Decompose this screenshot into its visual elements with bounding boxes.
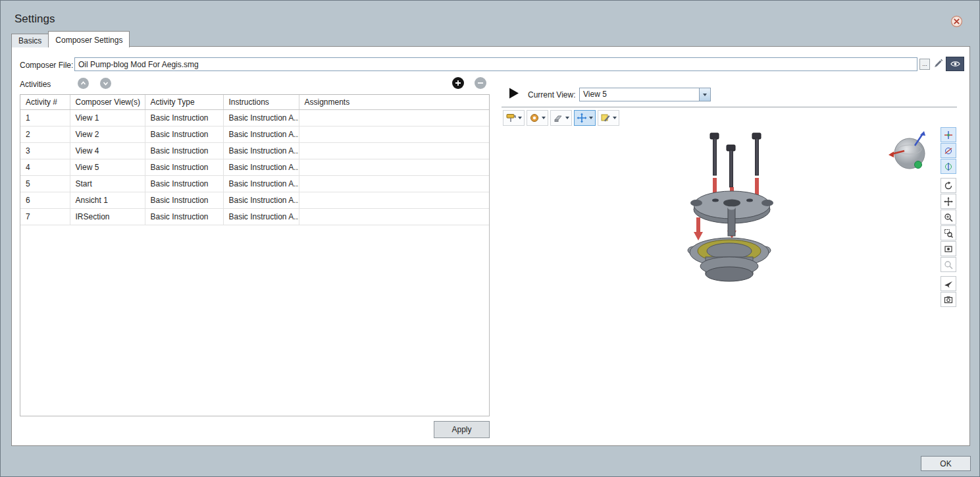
cell-activity-num: 7 bbox=[20, 209, 70, 225]
plus-icon bbox=[455, 80, 461, 86]
zoom-icon bbox=[944, 213, 953, 222]
activity-row[interactable]: 2 View 2 Basic Instruction Basic Instruc… bbox=[20, 126, 489, 143]
add-activity-button[interactable] bbox=[452, 77, 464, 89]
rotate-view-button[interactable] bbox=[941, 178, 956, 193]
move-arrows-icon bbox=[577, 113, 587, 123]
pencil-glyph bbox=[933, 58, 943, 69]
remove-activity-button[interactable] bbox=[475, 77, 486, 89]
cell-activity-num: 5 bbox=[20, 176, 70, 192]
render-sphere-icon bbox=[529, 113, 540, 123]
axis-x-arrow bbox=[889, 152, 894, 157]
move-up-button[interactable] bbox=[78, 78, 89, 89]
composer-settings-panel: Composer File: ... Activities bbox=[11, 46, 970, 446]
chevron-down-icon[interactable] bbox=[565, 117, 569, 119]
view-navigation-sphere[interactable] bbox=[889, 130, 933, 175]
ground-shadow-button[interactable] bbox=[550, 110, 572, 126]
move-down-button[interactable] bbox=[100, 78, 111, 89]
fly-through-button[interactable] bbox=[941, 276, 956, 291]
model-viewport[interactable] bbox=[502, 127, 939, 445]
align-view-button[interactable] bbox=[941, 127, 956, 142]
activity-row[interactable]: 7 IRSection Basic Instruction Basic Inst… bbox=[20, 209, 489, 225]
zoom-area-button[interactable] bbox=[941, 225, 956, 240]
cell-assignments bbox=[299, 159, 489, 176]
cell-composer-view: View 2 bbox=[70, 126, 145, 143]
toolbar-gap bbox=[941, 273, 956, 275]
minus-icon bbox=[477, 80, 484, 86]
cell-composer-view: Ansicht 1 bbox=[70, 192, 145, 209]
column-header-activity-num[interactable]: Activity # bbox=[20, 95, 70, 110]
cell-assignments bbox=[299, 176, 489, 192]
activities-table: Activity # Composer View(s) Activity Typ… bbox=[20, 94, 490, 416]
cell-instructions: Basic Instruction A... bbox=[223, 110, 299, 126]
current-view-select[interactable]: View 5 bbox=[579, 88, 711, 101]
cell-assignments bbox=[299, 209, 489, 225]
cell-assignments bbox=[299, 143, 489, 159]
view-toolbar bbox=[941, 127, 956, 307]
chevron-down-icon[interactable] bbox=[542, 117, 546, 119]
pan-view-button[interactable] bbox=[941, 194, 956, 209]
eraser-icon bbox=[553, 113, 563, 123]
apply-button[interactable]: Apply bbox=[434, 421, 490, 438]
pump-body bbox=[688, 238, 771, 281]
tab-composer-settings[interactable]: Composer Settings bbox=[48, 31, 130, 47]
zoom-view-button[interactable] bbox=[941, 210, 956, 225]
chevron-down-icon[interactable] bbox=[518, 117, 522, 119]
cell-assignments bbox=[299, 126, 489, 143]
toolbar-gap bbox=[941, 175, 956, 177]
chevron-down-icon[interactable] bbox=[699, 88, 710, 101]
chevron-down-icon[interactable] bbox=[613, 117, 617, 119]
close-icon[interactable] bbox=[950, 15, 963, 28]
paint-roller-icon bbox=[505, 113, 516, 123]
magnifier-button[interactable] bbox=[941, 257, 956, 272]
align-view-icon bbox=[944, 130, 953, 140]
chevron-down-icon[interactable] bbox=[589, 117, 593, 119]
paint-roller-button[interactable] bbox=[503, 110, 525, 126]
play-button[interactable] bbox=[507, 87, 521, 101]
preview-eye-button[interactable] bbox=[946, 57, 964, 71]
cell-instructions: Basic Instruction A... bbox=[223, 192, 299, 209]
cell-composer-view: View 4 bbox=[70, 143, 145, 159]
activity-row[interactable]: 1 View 1 Basic Instruction Basic Instruc… bbox=[20, 110, 489, 126]
move-tool-button[interactable] bbox=[574, 110, 596, 126]
pan-icon bbox=[944, 197, 953, 206]
down-arrow-icon bbox=[103, 80, 109, 86]
activity-row[interactable]: 5 Start Basic Instruction Basic Instruct… bbox=[20, 176, 489, 192]
cell-instructions: Basic Instruction A... bbox=[223, 176, 299, 192]
preview-separator bbox=[502, 107, 957, 107]
orbit-view-button[interactable] bbox=[941, 143, 956, 158]
activity-row[interactable]: 4 View 5 Basic Instruction Basic Instruc… bbox=[20, 159, 489, 176]
activity-row[interactable]: 3 View 4 Basic Instruction Basic Instruc… bbox=[20, 143, 489, 159]
cell-activity-type: Basic Instruction bbox=[145, 110, 223, 126]
current-view-value: View 5 bbox=[580, 88, 699, 101]
cell-activity-type: Basic Instruction bbox=[145, 192, 223, 209]
edit-box-icon bbox=[600, 113, 611, 123]
snapshot-button[interactable] bbox=[941, 292, 956, 307]
column-header-assignments[interactable]: Assignments bbox=[299, 95, 489, 110]
column-header-instructions[interactable]: Instructions bbox=[223, 95, 299, 110]
constrained-orbit-button[interactable] bbox=[941, 159, 956, 174]
tab-basics[interactable]: Basics bbox=[11, 34, 49, 47]
ok-button[interactable]: OK bbox=[921, 456, 971, 471]
zoom-fit-button[interactable] bbox=[941, 241, 956, 256]
zoom-area-icon bbox=[944, 229, 953, 238]
cell-composer-view: IRSection bbox=[70, 209, 145, 225]
cell-composer-view: Start bbox=[70, 176, 145, 192]
cell-instructions: Basic Instruction A... bbox=[223, 143, 299, 159]
composer-file-input[interactable] bbox=[74, 57, 917, 71]
bolt-fasteners bbox=[710, 133, 761, 187]
annotation-tool-button[interactable] bbox=[598, 110, 619, 126]
render-mode-button[interactable] bbox=[527, 110, 548, 126]
current-view-label: Current View: bbox=[528, 90, 575, 99]
pump-shaft bbox=[728, 207, 735, 237]
axis-y-node bbox=[915, 161, 922, 169]
edit-pencil-icon[interactable] bbox=[931, 57, 944, 71]
cell-activity-type: Basic Instruction bbox=[145, 176, 223, 192]
cell-activity-num: 3 bbox=[20, 143, 70, 159]
pump-assembly-image bbox=[653, 130, 811, 289]
activity-row[interactable]: 6 Ansicht 1 Basic Instruction Basic Inst… bbox=[20, 192, 489, 209]
axis-z-arrow bbox=[920, 131, 925, 136]
browse-button[interactable]: ... bbox=[919, 59, 930, 70]
column-header-activity-type[interactable]: Activity Type bbox=[145, 95, 223, 110]
column-header-composer-views[interactable]: Composer View(s) bbox=[70, 95, 145, 110]
magnifier-icon bbox=[944, 260, 953, 269]
